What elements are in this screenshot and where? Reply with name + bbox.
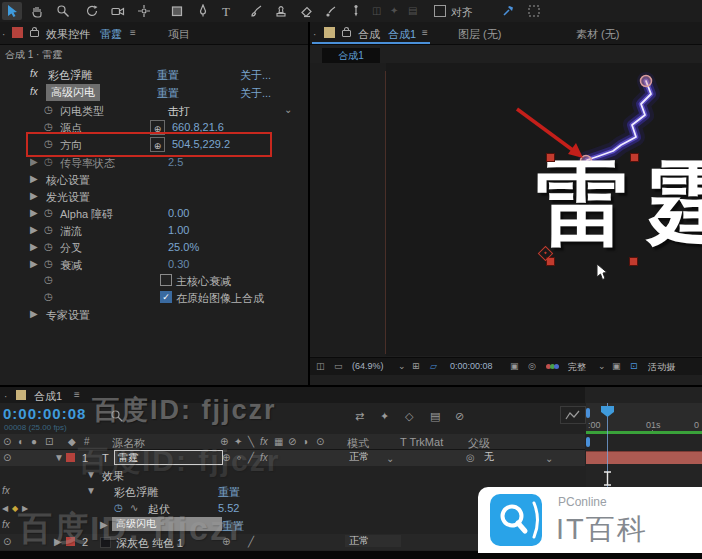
graph-editor-button[interactable] bbox=[560, 406, 586, 424]
panel-menu-icon[interactable]: ≡ bbox=[422, 28, 428, 38]
stopwatch-icon[interactable]: ◷ bbox=[44, 105, 53, 115]
param-value[interactable]: 0.30 bbox=[168, 258, 189, 270]
zoom-level[interactable]: (64.9%) bbox=[352, 361, 384, 371]
rotate-tool-icon[interactable] bbox=[82, 2, 102, 20]
blend-mode-dropdown[interactable]: 正常 bbox=[345, 535, 401, 547]
expander-open-icon[interactable]: ▼ bbox=[54, 453, 64, 463]
resolution-value[interactable]: 完整 bbox=[568, 361, 586, 374]
tab-layer[interactable]: 图层 (无) bbox=[458, 27, 501, 42]
lock-icon[interactable] bbox=[30, 30, 39, 37]
snap-checkbox[interactable] bbox=[434, 5, 446, 17]
trkmat-column[interactable]: T TrkMat bbox=[400, 436, 443, 448]
stopwatch-icon[interactable]: ◷ bbox=[44, 242, 53, 252]
lock-icon[interactable] bbox=[342, 30, 351, 37]
region-icon[interactable]: ▣ bbox=[612, 361, 621, 371]
param-value[interactable]: 0.00 bbox=[168, 207, 189, 219]
tab-composition-name[interactable]: 合成1 bbox=[388, 27, 416, 42]
expander-closed-icon[interactable]: ▶ bbox=[30, 157, 38, 167]
stopwatch-icon[interactable]: ◷ bbox=[44, 157, 53, 167]
lightning-origin-point[interactable] bbox=[641, 76, 652, 87]
switch-slash-icon[interactable]: ╱ bbox=[248, 537, 254, 547]
tab-effect-controls[interactable]: 效果控件 bbox=[46, 27, 90, 42]
draft3d-icon[interactable]: ✦ bbox=[380, 411, 389, 421]
panel-menu-icon[interactable]: ≡ bbox=[130, 28, 136, 38]
tab-footage[interactable]: 素材 (无) bbox=[576, 27, 619, 42]
motion-blur-icon[interactable]: ⊘ bbox=[455, 411, 464, 421]
dropdown-value[interactable]: 击打 bbox=[168, 104, 190, 119]
chevron-down-icon[interactable]: ⌄ bbox=[284, 105, 292, 115]
zoom-chevron-icon[interactable]: ⌄ bbox=[398, 361, 406, 371]
brush-tool-icon[interactable] bbox=[246, 2, 266, 20]
marquee-dashed-icon[interactable] bbox=[524, 2, 544, 20]
zoom-tool-icon[interactable] bbox=[53, 2, 73, 20]
selection-tool-icon[interactable] bbox=[2, 2, 22, 20]
current-timecode[interactable]: 0:00:00:08 bbox=[3, 405, 86, 422]
puppet-pin-tool-icon[interactable] bbox=[346, 2, 366, 20]
roi-icon[interactable]: ▱ bbox=[430, 361, 437, 371]
composition-viewport[interactable]: 雷霆 bbox=[310, 63, 702, 356]
eraser-tool-icon[interactable] bbox=[296, 2, 316, 20]
expander-closed-icon[interactable]: ▶ bbox=[30, 242, 38, 252]
effect-name[interactable]: 彩色浮雕 bbox=[48, 68, 92, 83]
grid-icon[interactable]: ⊞ bbox=[412, 361, 420, 371]
clone-stamp-tool-icon[interactable] bbox=[271, 2, 291, 20]
channel-blue-dot[interactable] bbox=[554, 364, 559, 369]
about-link[interactable]: 关于... bbox=[240, 86, 271, 101]
parent-column[interactable]: 父级 bbox=[468, 436, 490, 451]
mode-chevron-icon[interactable]: ⌄ bbox=[386, 454, 394, 464]
resolution-chevron-icon[interactable]: ⌄ bbox=[598, 361, 606, 371]
expander-closed-icon[interactable]: ▶ bbox=[30, 208, 38, 218]
expander-open-icon[interactable]: ▼ bbox=[86, 486, 96, 496]
hand-tool-icon[interactable] bbox=[27, 2, 47, 20]
pixel-aspect-icon[interactable]: ⊡ bbox=[630, 361, 638, 371]
expander-closed-icon[interactable]: ▶ bbox=[30, 225, 38, 235]
stopwatch-icon[interactable]: ◷ bbox=[44, 208, 53, 218]
monitor-icon[interactable]: ▭ bbox=[334, 361, 343, 371]
camera-tool-icon[interactable] bbox=[108, 2, 128, 20]
about-link[interactable]: 关于... bbox=[240, 68, 271, 83]
keyframe-prev-icon[interactable]: ◀ bbox=[2, 504, 8, 514]
multi-view-icon[interactable]: ◫ bbox=[316, 361, 325, 371]
trkmat-cell[interactable] bbox=[402, 451, 452, 463]
fx-badge-icon[interactable]: fx bbox=[2, 520, 10, 530]
camera-view-value[interactable]: 活动摄 bbox=[648, 361, 675, 374]
stopwatch-icon[interactable]: ◷ bbox=[44, 292, 53, 302]
comp-subtab[interactable]: 合成1 bbox=[322, 48, 380, 63]
group-label[interactable]: 发光设置 bbox=[46, 190, 90, 205]
fx-badge-icon[interactable]: fx bbox=[2, 486, 10, 496]
parent-chevron-icon[interactable]: ⌄ bbox=[545, 454, 553, 464]
stopwatch-icon[interactable]: ◷ bbox=[44, 225, 53, 235]
main-core-decay-checkbox[interactable] bbox=[160, 274, 172, 286]
selection-handle[interactable] bbox=[630, 153, 639, 162]
stopwatch-icon[interactable]: ◷ bbox=[44, 275, 53, 285]
mode-column[interactable]: 模式 bbox=[347, 436, 369, 451]
selection-handle[interactable] bbox=[546, 153, 555, 162]
tab-effect-target[interactable]: 雷霆 bbox=[100, 27, 122, 42]
effect-name[interactable]: 彩色浮雕 bbox=[114, 485, 158, 500]
expander-closed-icon[interactable]: ▶ bbox=[30, 174, 38, 184]
eye-toggle-icon[interactable]: ⊙ bbox=[3, 537, 11, 547]
layer1-duration-bar[interactable] bbox=[586, 451, 702, 464]
pan-behind-tool-icon[interactable] bbox=[134, 2, 154, 20]
reset-link[interactable]: 重置 bbox=[157, 86, 179, 101]
composite-checkbox[interactable]: ✓ bbox=[160, 291, 172, 303]
type-tool-icon[interactable]: T bbox=[216, 2, 236, 20]
param-value[interactable]: 2.5 bbox=[168, 156, 183, 168]
layer-color-swatch[interactable] bbox=[66, 453, 75, 462]
effect-name-selected[interactable]: 高级闪电 bbox=[46, 84, 100, 101]
reset-link[interactable]: 重置 bbox=[157, 68, 179, 83]
expander-closed-icon[interactable]: ▶ bbox=[30, 191, 38, 201]
parent-pickwhip-icon[interactable]: ◎ bbox=[466, 453, 475, 463]
parent-dropdown[interactable]: 无 bbox=[480, 451, 544, 463]
in-point-marker[interactable] bbox=[586, 437, 590, 447]
param-value[interactable]: 1.00 bbox=[168, 224, 189, 236]
expander-closed-icon[interactable]: ▶ bbox=[30, 309, 38, 319]
shy-icon[interactable]: ◇ bbox=[405, 411, 413, 421]
show-snapshot-icon[interactable]: ◎ bbox=[528, 361, 536, 371]
param-value[interactable]: 25.0% bbox=[168, 241, 199, 253]
snapshot-icon[interactable]: ▣ bbox=[510, 361, 519, 371]
viewer-timecode[interactable]: 0:00:00:08 bbox=[450, 361, 493, 371]
pin-blue-icon[interactable] bbox=[498, 2, 518, 20]
selection-handle[interactable] bbox=[629, 257, 638, 266]
group-label[interactable]: 核心设置 bbox=[46, 173, 90, 188]
